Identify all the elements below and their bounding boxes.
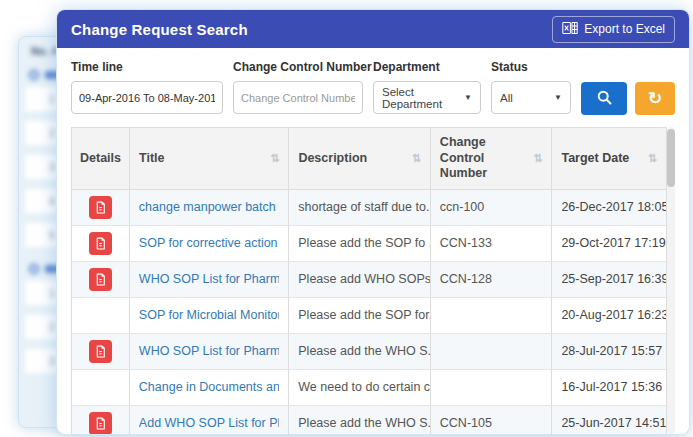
- bg-row-number: 3: [25, 161, 55, 173]
- sort-icon[interactable]: ⇅: [412, 152, 421, 165]
- row-ccn: CCN-128: [431, 262, 553, 297]
- table-row[interactable]: SOP for Microbial Monitorin... Please ad…: [72, 298, 666, 334]
- row-title-link[interactable]: Change in Documents and: [139, 380, 279, 394]
- row-title-link[interactable]: SOP for corrective action a ...: [139, 236, 279, 250]
- sort-icon[interactable]: ⇅: [533, 152, 542, 165]
- search-icon: [596, 89, 613, 109]
- search-button[interactable]: [581, 82, 627, 115]
- refresh-icon: ↻: [648, 90, 662, 107]
- bg-row-number: 1: [25, 287, 55, 299]
- sort-icon[interactable]: ⇅: [270, 152, 279, 165]
- change-request-search-modal: Change Request Search Export to Excel Ti…: [57, 10, 689, 434]
- row-target-date: 28-Jul-2017 15:57: [552, 334, 666, 369]
- timeline-label: Time line: [71, 60, 223, 74]
- row-description: Please add the WHO S...: [289, 406, 431, 434]
- row-target-date: 16-Jul-2017 15:36: [552, 370, 666, 405]
- column-header-ccn[interactable]: Change Control Number ⇅: [431, 128, 553, 189]
- background-header-label: No. #: [31, 45, 58, 57]
- row-target-date: 25-Sep-2017 16:39: [552, 262, 666, 297]
- status-label: Status: [491, 60, 571, 74]
- table-row[interactable]: Change in Documents and We need to do ce…: [72, 370, 666, 406]
- scrollbar-thumb[interactable]: [667, 129, 675, 187]
- row-description: Please add the SOP fo ...: [289, 226, 431, 261]
- sort-icon[interactable]: ⇅: [648, 152, 657, 165]
- bg-row-number: 3: [25, 355, 55, 367]
- modal-title: Change Request Search: [71, 21, 248, 38]
- ccn-label: Change Control Number: [233, 60, 363, 74]
- row-title-link[interactable]: WHO SOP List for Pharma...: [139, 272, 279, 286]
- column-header-details: Details: [72, 128, 130, 189]
- details-cell: [72, 262, 130, 297]
- row-description: Please add WHO SOPs...: [289, 262, 431, 297]
- row-ccn: ccn-100: [431, 190, 553, 225]
- table-row[interactable]: SOP for corrective action a ... Please a…: [72, 226, 666, 262]
- circle-icon: [29, 264, 39, 274]
- row-ccn: CCN-105: [431, 406, 553, 434]
- row-target-date: 25-Jun-2017 14:51: [552, 406, 666, 434]
- circle-icon: [29, 70, 39, 80]
- row-ccn: [431, 370, 553, 405]
- details-cell: [72, 226, 130, 261]
- export-to-excel-button[interactable]: Export to Excel: [552, 16, 675, 43]
- status-select[interactable]: All ▼: [491, 81, 571, 114]
- row-description: Please add the SOP for...: [289, 298, 431, 333]
- row-target-date: 29-Oct-2017 17:19: [552, 226, 666, 261]
- row-title-link[interactable]: change manpower batch si ...: [139, 200, 279, 214]
- pdf-file-icon[interactable]: [89, 268, 112, 291]
- bg-row-number: 1: [25, 93, 55, 105]
- column-header-target-date[interactable]: Target Date ⇅: [552, 128, 666, 189]
- department-selected-value: Select Department: [382, 86, 458, 110]
- filters-bar: Time line Change Control Number Departme…: [57, 48, 689, 127]
- row-ccn: [431, 334, 553, 369]
- table-scrollbar[interactable]: [667, 127, 675, 434]
- modal-header: Change Request Search Export to Excel: [57, 10, 689, 48]
- chevron-down-icon: ▼: [464, 93, 472, 102]
- pdf-file-icon[interactable]: [89, 340, 112, 363]
- row-target-date: 20-Aug-2017 16:23: [552, 298, 666, 333]
- row-title-link[interactable]: Add WHO SOP List for Phan: [139, 416, 279, 430]
- row-description: shortage of staff due to...: [289, 190, 431, 225]
- table-body: change manpower batch si ... shortage of…: [72, 190, 666, 434]
- bg-row-number: 2: [25, 127, 55, 139]
- row-ccn: CCN-133: [431, 226, 553, 261]
- bg-row-number: 4: [25, 195, 55, 207]
- status-selected-value: All: [500, 92, 513, 104]
- excel-icon: [562, 21, 578, 38]
- table-row[interactable]: change manpower batch si ... shortage of…: [72, 190, 666, 226]
- pdf-file-icon[interactable]: [89, 196, 112, 219]
- results-table: Details Title ⇅ Description ⇅ Change Con…: [71, 127, 675, 434]
- department-select[interactable]: Select Department ▼: [373, 81, 481, 114]
- row-target-date: 26-Dec-2017 18:05: [552, 190, 666, 225]
- table-row[interactable]: WHO SOP List for Pharma... Please add th…: [72, 334, 666, 370]
- table-header-row: Details Title ⇅ Description ⇅ Change Con…: [72, 128, 666, 190]
- details-cell: [72, 406, 130, 434]
- department-label: Department: [373, 60, 481, 74]
- chevron-down-icon: ▼: [554, 93, 562, 102]
- screen: No. # 1 2 3 4 5 1: [0, 0, 693, 437]
- details-cell: [72, 370, 130, 405]
- column-header-title[interactable]: Title ⇅: [130, 128, 289, 189]
- pdf-file-icon[interactable]: [89, 412, 112, 434]
- bg-row-number: 5: [25, 229, 55, 241]
- bg-row-number: 2: [25, 321, 55, 333]
- timeline-input[interactable]: [71, 81, 223, 114]
- details-cell: [72, 190, 130, 225]
- column-header-description[interactable]: Description ⇅: [289, 128, 430, 189]
- row-title-link[interactable]: WHO SOP List for Pharma...: [139, 344, 279, 358]
- row-description: We need to do certain c...: [289, 370, 431, 405]
- refresh-button[interactable]: ↻: [635, 82, 675, 115]
- table-row[interactable]: Add WHO SOP List for Phan Please add the…: [72, 406, 666, 434]
- row-description: Please add the WHO S...: [289, 334, 431, 369]
- details-cell: [72, 334, 130, 369]
- row-title-link[interactable]: SOP for Microbial Monitorin...: [139, 308, 279, 322]
- pdf-file-icon[interactable]: [89, 232, 112, 255]
- export-to-excel-label: Export to Excel: [584, 22, 665, 36]
- ccn-input[interactable]: [233, 81, 363, 114]
- row-ccn: [431, 298, 553, 333]
- table-row[interactable]: WHO SOP List for Pharma... Please add WH…: [72, 262, 666, 298]
- details-cell: [72, 298, 130, 333]
